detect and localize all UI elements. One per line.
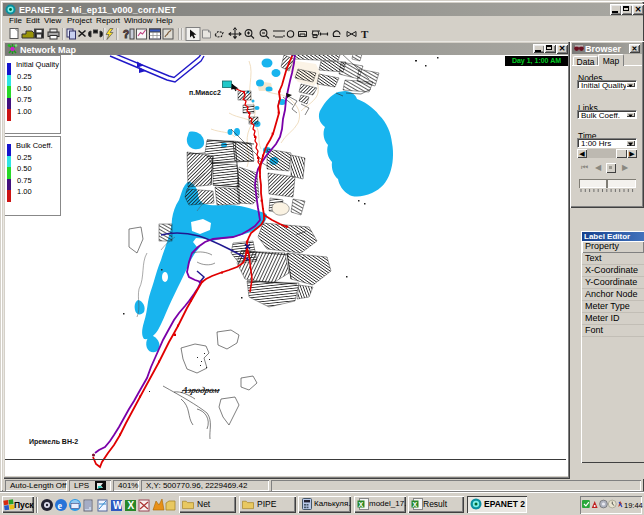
svg-text:Иремель ВН-2: Иремель ВН-2 xyxy=(29,438,78,446)
svg-text:п.Миасс2: п.Миасс2 xyxy=(189,89,221,96)
svg-text:X: X xyxy=(128,500,135,511)
svg-text:X: X xyxy=(413,501,418,508)
svg-text:X: X xyxy=(359,501,364,508)
svg-text:e: e xyxy=(58,500,63,511)
svg-text:T: T xyxy=(361,28,369,40)
svg-text:Аэродром: Аэродром xyxy=(180,385,221,395)
svg-text:W: W xyxy=(113,500,123,511)
svg-text:?: ? xyxy=(123,29,129,40)
